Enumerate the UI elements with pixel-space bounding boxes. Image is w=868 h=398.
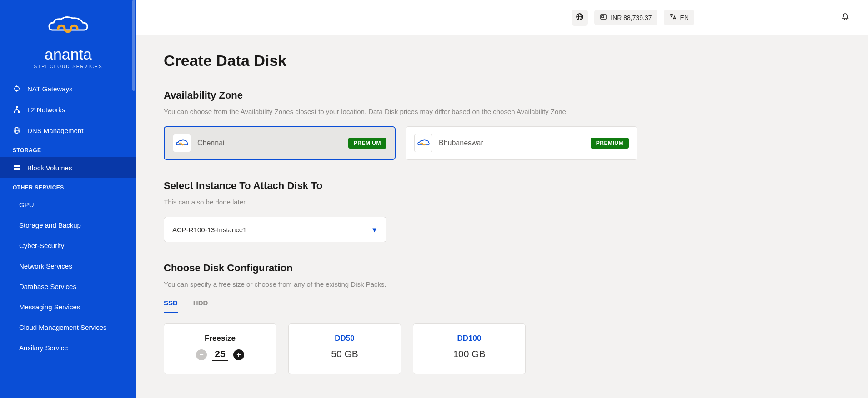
zone-name: Chennai	[197, 139, 342, 147]
disk-pack-name: DD100	[421, 334, 517, 343]
svg-line-10	[17, 109, 19, 111]
zone-section-title: Availability Zone	[164, 90, 841, 101]
tab-ssd[interactable]: SSD	[164, 299, 178, 313]
language-text: EN	[680, 14, 689, 21]
balance-text: INR 88,739.37	[611, 14, 652, 21]
main-area: INR 88,739.37 EN Create Data Disk Availa…	[136, 0, 868, 398]
sidebar-item-cloud-mgmt-services[interactable]: Cloud Management Services	[0, 317, 136, 338]
globe-alt-icon	[576, 13, 584, 23]
sidebar-section-other: OTHER SERVICES	[0, 178, 136, 194]
zone-logo-icon	[173, 134, 191, 152]
svg-rect-7	[18, 111, 20, 113]
sidebar-item-dns-management[interactable]: DNS Management	[0, 120, 136, 141]
sidebar-item-label: Storage and Backup	[19, 221, 81, 229]
chevron-down-icon: ▼	[371, 226, 378, 234]
disk-card-freesize[interactable]: Freesize − 25 +	[164, 323, 276, 374]
disk-type-tabs: SSD HDD	[164, 299, 841, 313]
zone-section-desc: You can choose from the Availability Zon…	[164, 108, 841, 115]
freesize-stepper: − 25 +	[172, 348, 268, 361]
sidebar-item-label: GPU	[19, 201, 34, 209]
sidebar-item-gpu[interactable]: GPU	[0, 194, 136, 215]
sidebar-item-cyber-security[interactable]: Cyber-Security	[0, 235, 136, 256]
sidebar-item-nat-gateways[interactable]: NAT Gateways	[0, 78, 136, 99]
global-icon-button[interactable]	[572, 10, 588, 26]
sidebar-item-label: L2 Networks	[27, 106, 65, 114]
globe-icon	[13, 126, 21, 134]
config-section-desc: You can specify a free size or choose fr…	[164, 280, 841, 288]
svg-rect-20	[602, 16, 604, 18]
sidebar-item-network-services[interactable]: Network Services	[0, 256, 136, 276]
sidebar-item-storage-backup[interactable]: Storage and Backup	[0, 215, 136, 235]
sidebar-item-block-volumes[interactable]: Block Volumes	[0, 157, 136, 178]
instance-section-title: Select Instance To Attach Disk To	[164, 180, 841, 192]
section-disk-config: Choose Disk Configuration You can specif…	[164, 262, 841, 374]
tab-hdd[interactable]: HDD	[193, 299, 208, 313]
zone-card-bhubaneswar[interactable]: Bhubaneswar PREMIUM	[406, 126, 637, 160]
sidebar-item-label: Messaging Services	[19, 303, 80, 311]
svg-point-0	[15, 86, 19, 91]
disk-pack-name: DD50	[297, 334, 392, 343]
brand-name: ananta	[9, 45, 127, 63]
disk-pack-size: 100 GB	[421, 348, 517, 359]
svg-rect-6	[14, 111, 15, 113]
sidebar-item-label: Network Services	[19, 262, 72, 270]
brand-logo-area: ananta STPI CLOUD SERVICES	[0, 0, 136, 78]
sidebar-section-storage: STORAGE	[0, 141, 136, 157]
brand-subtitle: STPI CLOUD SERVICES	[9, 64, 127, 69]
sidebar-item-label: Cloud Management Services	[19, 323, 107, 331]
sidebar-item-auxiliary-service[interactable]: Auxilary Service	[0, 338, 136, 358]
svg-rect-5	[16, 106, 18, 108]
sidebar-item-label: Database Services	[19, 283, 76, 290]
wallet-icon	[600, 13, 607, 22]
crosshair-icon	[13, 85, 21, 93]
instance-select-value: ACP-R100-13-Instance1	[172, 226, 246, 234]
sidebar-scrollbar[interactable]	[132, 0, 135, 91]
sidebar-item-database-services[interactable]: Database Services	[0, 276, 136, 297]
disk-stack-icon	[13, 164, 21, 172]
disk-pack-size: 50 GB	[297, 348, 392, 359]
brand-cloud-icon	[9, 13, 127, 42]
svg-line-9	[15, 109, 17, 111]
svg-rect-14	[14, 165, 20, 167]
disk-card-dd100[interactable]: DD100 100 GB	[413, 323, 526, 374]
zone-logo-icon	[414, 134, 432, 152]
topbar: INR 88,739.37 EN	[136, 0, 868, 35]
content-scroll[interactable]: Create Data Disk Availability Zone You c…	[136, 35, 868, 398]
balance-chip[interactable]: INR 88,739.37	[594, 10, 657, 25]
network-icon	[13, 105, 21, 114]
sidebar-item-l2-networks[interactable]: L2 Networks	[0, 99, 136, 120]
section-availability-zone: Availability Zone You can choose from th…	[164, 90, 841, 160]
sidebar-item-label: Auxilary Service	[19, 344, 68, 352]
sidebar-item-label: Cyber-Security	[19, 242, 64, 249]
sidebar-item-label: NAT Gateways	[27, 85, 72, 93]
sidebar-item-label: DNS Management	[27, 127, 83, 134]
sidebar-item-label: Block Volumes	[27, 164, 72, 172]
notifications-button[interactable]	[837, 10, 853, 26]
zone-card-chennai[interactable]: Chennai PREMIUM	[164, 126, 396, 160]
sidebar: ananta STPI CLOUD SERVICES NAT Gateways …	[0, 0, 136, 398]
instance-section-desc: This can also be done later.	[164, 198, 841, 206]
svg-rect-15	[14, 168, 20, 170]
page-title: Create Data Disk	[164, 52, 841, 70]
sidebar-item-messaging-services[interactable]: Messaging Services	[0, 297, 136, 317]
stepper-minus-button[interactable]: −	[196, 349, 207, 360]
stepper-value: 25	[212, 348, 228, 361]
config-section-title: Choose Disk Configuration	[164, 262, 841, 274]
bell-icon	[841, 12, 850, 23]
stepper-plus-button[interactable]: +	[233, 349, 244, 360]
section-instance-select: Select Instance To Attach Disk To This c…	[164, 180, 841, 242]
translate-icon	[669, 13, 677, 22]
zone-name: Bhubaneswar	[439, 139, 584, 147]
freesize-label: Freesize	[172, 334, 268, 343]
language-switcher[interactable]: EN	[664, 10, 694, 25]
premium-badge: PREMIUM	[348, 138, 386, 149]
premium-badge: PREMIUM	[591, 138, 629, 149]
disk-card-dd50[interactable]: DD50 50 GB	[288, 323, 401, 374]
instance-select[interactable]: ACP-R100-13-Instance1 ▼	[164, 217, 386, 242]
